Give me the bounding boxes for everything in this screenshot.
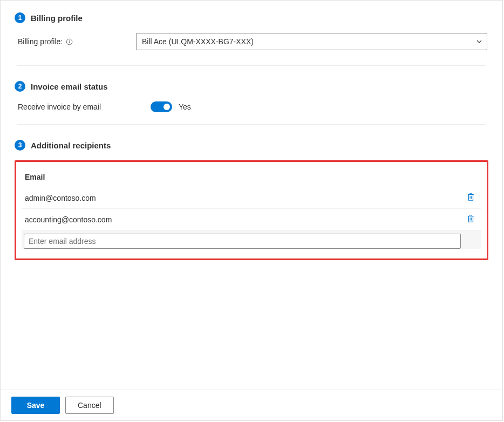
recipient-email: accounting@contoso.com xyxy=(25,215,112,224)
settings-page: 1 Billing profile Billing profile: Bill … xyxy=(0,0,503,421)
receive-invoice-toggle-value: Yes xyxy=(179,103,191,111)
receive-invoice-row: Receive invoice by email Yes xyxy=(15,101,488,112)
chevron-down-icon xyxy=(476,38,482,45)
step-badge-1: 1 xyxy=(15,12,25,23)
svg-point-2 xyxy=(69,40,70,40)
billing-profile-select[interactable]: Bill Ace (ULQM-XXXX-BG7-XXX) xyxy=(136,33,487,50)
section-invoice-email-header: 2 Invoice email status xyxy=(15,81,488,92)
footer-bar: Save Cancel xyxy=(1,390,502,420)
billing-profile-label-text: Billing profile: xyxy=(18,37,63,46)
recipient-row: accounting@contoso.com xyxy=(22,209,481,230)
trash-icon xyxy=(467,193,475,203)
add-recipient-input[interactable] xyxy=(24,234,461,249)
billing-profile-label: Billing profile: xyxy=(15,37,136,46)
delete-recipient-button[interactable] xyxy=(464,213,478,226)
section-title-invoice-email: Invoice email status xyxy=(31,82,108,91)
cancel-button[interactable]: Cancel xyxy=(65,397,114,414)
section-title-recipients: Additional recipients xyxy=(31,141,111,150)
info-icon[interactable] xyxy=(66,38,73,45)
divider-2 xyxy=(17,124,486,125)
content-area: 1 Billing profile Billing profile: Bill … xyxy=(1,1,502,260)
recipients-column-header: Email xyxy=(22,169,481,187)
receive-invoice-toggle[interactable] xyxy=(151,101,172,112)
billing-profile-select-value: Bill Ace (ULQM-XXXX-BG7-XXX) xyxy=(142,37,254,46)
recipient-email: admin@contoso.com xyxy=(25,194,96,202)
save-button[interactable]: Save xyxy=(11,397,60,414)
step-badge-3: 3 xyxy=(15,140,25,151)
section-billing-profile-header: 1 Billing profile xyxy=(15,12,488,23)
step-badge-2: 2 xyxy=(15,81,25,92)
section-title-billing-profile: Billing profile xyxy=(31,13,83,23)
trash-icon xyxy=(467,214,475,224)
recipients-table: Email admin@contoso.com xyxy=(15,160,488,260)
divider-1 xyxy=(17,65,486,66)
recipient-row: admin@contoso.com xyxy=(22,187,481,209)
billing-profile-field-row: Billing profile: Bill Ace (ULQM-XXXX-BG7… xyxy=(15,33,488,50)
receive-invoice-label: Receive invoice by email xyxy=(18,103,151,111)
add-recipient-row xyxy=(22,230,481,249)
delete-recipient-button[interactable] xyxy=(464,192,478,204)
section-recipients-header: 3 Additional recipients xyxy=(15,140,488,151)
